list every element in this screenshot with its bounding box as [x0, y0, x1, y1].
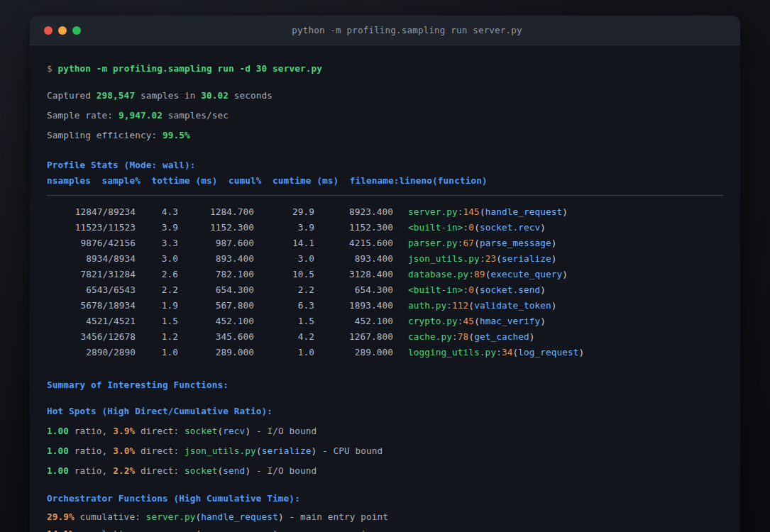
cell-nsamples: 2890/2890: [47, 345, 136, 360]
hot-spot-entry-1-text: socket: [185, 426, 218, 436]
cell-nsamples: 5678/18934: [47, 298, 136, 314]
function-lineno: 78: [458, 331, 469, 342]
cell-sample-pct: 3.9: [136, 220, 178, 235]
cell-tottime: 893.400: [178, 251, 254, 267]
cell-cumtime: 1152.300: [314, 220, 393, 235]
maximize-button[interactable]: [72, 26, 81, 35]
function-file: logging_utils.py: [408, 347, 496, 358]
sampling-efficiency-line-text: 99.5%: [163, 130, 190, 140]
function-file: <built-in>: [408, 222, 463, 233]
cell-cumul-pct: 2.2: [254, 282, 314, 298]
function-file: parser.py: [408, 238, 458, 248]
hot-spot-entry-2-text: serialize: [262, 445, 312, 456]
hot-spot-entry-3-text: 1.00: [47, 465, 69, 476]
sample-rate-line-text: 9,947.02: [119, 110, 163, 121]
function-colon: :: [458, 206, 463, 217]
function-paren: ): [540, 284, 546, 295]
captured-line-text: seconds: [229, 90, 273, 101]
orchestrator-entry-1: 29.9% cumulative: server.py(handle_reque…: [47, 510, 723, 524]
hot-spot-entry-3-text: ratio,: [69, 465, 113, 476]
hot-spot-entry-3-text: socket: [185, 465, 218, 476]
cell-cumul-pct: 3.0: [254, 251, 314, 267]
cell-function: <built-in>:0(socket.send): [408, 282, 546, 298]
captured-line-text: Captured: [47, 90, 97, 101]
hot-spot-entry-2-text: ratio,: [69, 445, 113, 456]
cell-nsamples: 8934/8934: [47, 251, 136, 267]
hot-spot-entry-1: 1.00 ratio, 3.9% direct: socket(recv) - …: [47, 424, 723, 438]
cell-sample-pct: 4.3: [136, 204, 178, 220]
cell-cumul-pct: 3.9: [254, 220, 314, 235]
cell-sample-pct: 1.0: [136, 345, 178, 360]
cell-cumtime: 1893.400: [314, 298, 393, 314]
function-colon: :: [496, 347, 502, 358]
terminal-output: $ python -m profiling.sampling run -d 30…: [30, 45, 740, 532]
cell-tottime: 782.100: [178, 267, 254, 282]
hot-spot-entry-1-text: 3.9%: [113, 426, 135, 436]
function-name: hmac_verify: [480, 316, 540, 326]
function-colon: :: [458, 316, 463, 326]
profile-table-row: 6543/65432.2654.3002.2654.300<built-in>:…: [47, 282, 723, 298]
cell-function: server.py:145(handle_request): [408, 204, 568, 220]
hot-spot-entry-1-text: ratio,: [69, 426, 113, 436]
function-paren: ): [529, 331, 535, 342]
function-name: log_request: [518, 347, 578, 358]
hot-spot-entry-1-text: 1.00: [47, 426, 69, 436]
close-button[interactable]: [44, 26, 53, 35]
command-line-text: python -m profiling.sampling run -d 30 s…: [58, 63, 322, 74]
hot-spot-entry-2-text: - CPU bound: [317, 445, 383, 456]
function-paren: ): [551, 300, 557, 311]
function-colon: :: [452, 331, 458, 342]
hot-spot-entry-3-text: ): [245, 465, 251, 476]
function-lineno: 0: [468, 284, 474, 295]
cell-function: database.py:89(execute_query): [408, 267, 568, 282]
function-name: execute_query: [490, 269, 562, 279]
function-file: auth.py: [408, 300, 446, 311]
cell-cumtime: 1267.800: [314, 329, 393, 345]
function-paren: ): [551, 238, 557, 248]
function-name: serialize: [502, 253, 551, 264]
cell-nsamples: 12847/89234: [47, 204, 136, 220]
function-lineno: 67: [463, 238, 475, 248]
profile-table-row: 2890/28901.0289.0001.0289.000logging_uti…: [47, 345, 723, 360]
function-lineno: 112: [452, 300, 468, 311]
cell-cumtime: 893.400: [314, 251, 393, 267]
window-title: python -m profiling.sampling run server.…: [74, 25, 740, 35]
hot-spot-entry-2-text: direct:: [135, 445, 185, 456]
table-divider: [47, 195, 723, 196]
cell-nsamples: 4521/4521: [47, 314, 136, 329]
function-paren: (: [474, 222, 480, 233]
function-lineno: 45: [463, 316, 475, 326]
hot-spot-entry-2-text: 1.00: [47, 445, 69, 456]
orchestrator-entry-2-text: parse_message: [201, 528, 273, 532]
profile-table-row: 11523/115233.91152.3003.91152.300<built-…: [47, 220, 723, 235]
function-lineno: 34: [502, 347, 513, 358]
captured-line-text: 30.02: [201, 90, 229, 101]
sampling-efficiency-line: Sampling efficiency: 99.5%: [47, 128, 723, 143]
cell-nsamples: 6543/6543: [47, 282, 136, 298]
function-file: json_utils.py: [408, 253, 480, 264]
orchestrator-entry-1-text: - main entry point: [284, 511, 388, 522]
minimize-button[interactable]: [58, 26, 67, 35]
function-paren: (: [468, 300, 474, 311]
profile-table-row: 3456/126781.2345.6004.21267.800cache.py:…: [47, 329, 723, 345]
sample-rate-line-text: Sample rate:: [47, 110, 119, 121]
summary-heading-text: Summary of Interesting Functions:: [47, 379, 229, 390]
hot-spot-entry-1-text: ): [245, 426, 251, 436]
cell-tottime: 1152.300: [178, 220, 254, 235]
cell-tottime: 345.600: [178, 329, 254, 345]
function-paren: (: [480, 206, 485, 217]
hot-spot-entry-1-text: - I/O bound: [251, 426, 317, 436]
captured-line-text: 298,547: [97, 90, 135, 101]
cell-cumtime: 452.100: [314, 314, 393, 329]
cell-cumtime: 654.300: [314, 282, 393, 298]
cell-nsamples: 7821/31284: [47, 267, 136, 282]
hot-spot-entry-1-text: recv: [223, 426, 245, 436]
profile-table-row: 4521/45211.5452.1001.5452.100crypto.py:4…: [47, 314, 723, 329]
cell-cumtime: 3128.400: [314, 267, 393, 282]
cell-nsamples: 3456/12678: [47, 329, 136, 345]
cell-cumtime: 4215.600: [314, 235, 393, 251]
profile-stats-heading-text: Profile Stats (Mode: wall):: [47, 160, 195, 170]
orchestrator-entry-2-text: parser.py: [146, 528, 196, 532]
cell-tottime: 1284.700: [178, 204, 254, 220]
hot-spot-entry-2: 1.00 ratio, 3.0% direct: json_utils.py(s…: [47, 444, 723, 458]
